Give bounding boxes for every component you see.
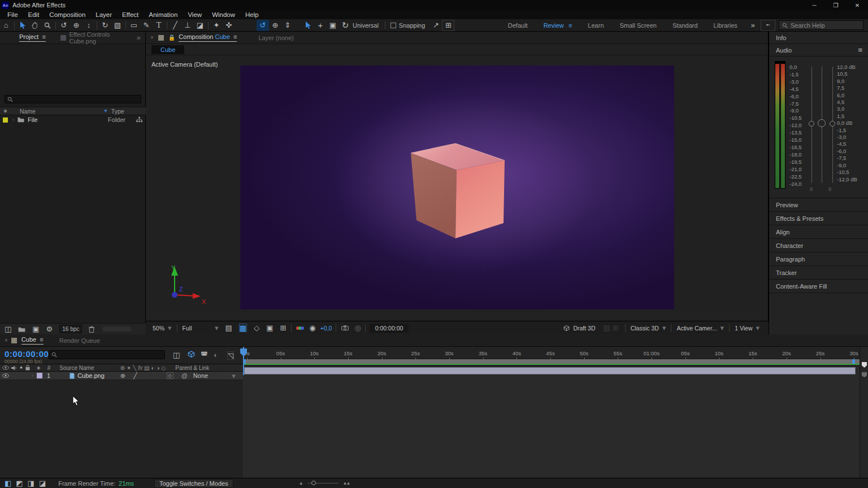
menu-item[interactable]: Edit xyxy=(23,11,45,18)
camera-view-dropdown[interactable]: Active Camer...▾ xyxy=(673,323,727,333)
solo-icon[interactable]: ● xyxy=(20,365,23,370)
project-columns-header[interactable]: ◈ Name ▼ Type xyxy=(0,107,146,115)
tab-project[interactable]: Project ≡ xyxy=(19,33,46,42)
workspace-overflow-icon[interactable]: » xyxy=(751,21,755,29)
sidebar-panel-tab[interactable]: Paragraph xyxy=(769,252,868,266)
workspace-tab[interactable]: Learn xyxy=(580,22,611,29)
sidebar-panel-tab[interactable]: Align xyxy=(769,225,868,239)
panel-info[interactable]: Info xyxy=(769,32,868,44)
region-of-interest-icon[interactable]: ▧ xyxy=(111,20,124,31)
show-snapshot-icon[interactable]: ◎ xyxy=(354,324,361,332)
tab-effect-controls[interactable]: Effect Controls Cube.png xyxy=(70,31,137,45)
snapping-checkbox[interactable] xyxy=(390,23,396,28)
close-tab-icon[interactable]: × xyxy=(150,35,154,41)
layer-quality-icon[interactable]: ╱ xyxy=(133,372,137,380)
roto-brush-tool-icon[interactable]: ✦ xyxy=(210,20,223,31)
universal-scale-icon[interactable]: ▣ xyxy=(327,20,339,31)
hand-tool-icon[interactable] xyxy=(29,20,41,31)
layer-3d-switch[interactable]: ◇ xyxy=(167,372,173,379)
new-folder-icon[interactable] xyxy=(18,326,25,332)
axis-local-icon[interactable]: ↺ xyxy=(257,20,269,31)
audio-slider-knob-right[interactable] xyxy=(830,121,835,127)
layer-expand-icon[interactable]: › xyxy=(32,373,33,378)
status-icon-1[interactable]: ◧ xyxy=(5,480,11,487)
channel-colors-icon[interactable] xyxy=(296,326,304,330)
menu-item[interactable]: Layer xyxy=(90,11,117,18)
switches-columns-icons[interactable]: ⊕✦╲ xyxy=(120,365,138,371)
more-switch-icons[interactable]: ▤◐◑◇ xyxy=(144,365,167,371)
sidebar-panel-tab[interactable]: Character xyxy=(769,239,868,252)
menu-item[interactable]: Effect xyxy=(117,11,144,18)
playhead-handle[interactable] xyxy=(240,348,248,357)
dolly-camera-tool-icon[interactable]: ↕ xyxy=(83,20,95,31)
type-tool-icon[interactable]: T xyxy=(153,20,165,31)
menu-item[interactable]: Composition xyxy=(44,11,90,18)
close-button[interactable]: ✕ xyxy=(847,0,868,10)
close-tab-icon[interactable]: × xyxy=(5,338,8,343)
audio-slider-knob-left[interactable] xyxy=(809,121,814,127)
axis-world-icon[interactable]: ⊕ xyxy=(269,20,281,31)
snapshot-camera-icon[interactable] xyxy=(341,325,349,330)
rectangle-tool-icon[interactable]: ▭ xyxy=(128,20,140,31)
frame-blending-icon[interactable]: ◚ xyxy=(201,351,208,359)
scale-handles-icon[interactable]: ↗ xyxy=(429,20,442,31)
workspace-tab[interactable]: Small Screen xyxy=(612,22,665,29)
comp-mini-flowchart-icon[interactable]: ◫ xyxy=(173,351,180,359)
sidebar-panel-tab[interactable]: Preview xyxy=(769,198,868,212)
comp-timecode[interactable]: 0:00:00:00 xyxy=(370,324,409,333)
region-of-interest-icon[interactable]: ▣ xyxy=(266,324,273,332)
menu-item[interactable]: View xyxy=(183,11,207,18)
sort-direction-icon[interactable]: ▼ xyxy=(103,108,108,114)
interpret-footage-icon[interactable]: ◫ xyxy=(5,325,11,333)
sidebar-panel-tab[interactable]: Tracker xyxy=(769,266,868,280)
column-parent-link[interactable]: Parent & Link xyxy=(175,365,209,371)
menu-item[interactable]: Window xyxy=(207,11,240,18)
brush-tool-icon[interactable]: ╱ xyxy=(169,20,181,31)
bit-depth-button[interactable]: 16 bpc xyxy=(59,325,82,333)
orbit-camera-tool-icon[interactable]: ↺ xyxy=(58,20,70,31)
rotate-tool-icon[interactable]: ↻ xyxy=(99,20,111,31)
draft-3d-label[interactable]: Draft 3D xyxy=(573,325,595,332)
guides-grid-icon[interactable]: ▤ xyxy=(225,324,232,332)
column-name[interactable]: Name xyxy=(20,108,36,115)
magnification-dropdown[interactable]: 50%▾ xyxy=(149,323,175,333)
zoom-out-mountain-icon[interactable]: ▲ xyxy=(299,481,303,486)
parent-pickwhip-icon[interactable]: @ xyxy=(181,372,188,379)
mask-visibility-icon[interactable]: ◇ xyxy=(254,324,259,332)
workspace-tab[interactable]: Review xyxy=(536,22,580,29)
axis-view-icon[interactable]: ⇕ xyxy=(281,20,294,31)
motion-blur-icon[interactable]: ◐ xyxy=(214,351,218,359)
universal-position-icon[interactable]: + xyxy=(314,20,327,31)
timeline-scroll-column[interactable] xyxy=(860,347,868,478)
layer-label-chip[interactable] xyxy=(37,373,42,378)
work-area-bar[interactable] xyxy=(243,359,860,365)
viewer-comp-tab[interactable]: Cube xyxy=(151,45,184,54)
panel-overflow-icon[interactable]: » xyxy=(137,34,141,41)
puppet-pin-tool-icon[interactable]: ✜ xyxy=(223,20,235,31)
selection-tool-icon[interactable] xyxy=(16,20,29,31)
universal-rotate-icon[interactable]: ↻ xyxy=(339,20,351,31)
lock-icon[interactable] xyxy=(25,365,30,371)
manage-workspaces-icon[interactable]: ▪▫ xyxy=(761,20,775,31)
time-ruler[interactable]: 0s05s10s15s20s25s30s35s40s45s50s55s01:00… xyxy=(230,350,868,356)
status-icon-3[interactable]: ◨ xyxy=(28,480,34,487)
comp-button[interactable] xyxy=(861,372,867,378)
menu-item[interactable]: Animation xyxy=(144,11,183,18)
sidebar-panel-tab[interactable]: Content-Aware Fill xyxy=(769,280,868,293)
tab-timeline-cube[interactable]: Cube ≡ xyxy=(21,336,44,345)
audio-menu-icon[interactable]: ≡ xyxy=(858,44,862,56)
workspace-tab[interactable]: Libraries xyxy=(706,22,745,29)
audio-speaker-icon[interactable] xyxy=(11,365,17,371)
eraser-tool-icon[interactable]: ◪ xyxy=(194,20,206,31)
project-item-row[interactable]: › File Folder xyxy=(0,116,146,124)
status-icon-4[interactable]: ◪ xyxy=(39,480,46,487)
workspace-tab[interactable]: Standard xyxy=(665,22,706,29)
new-composition-icon[interactable]: ▣ xyxy=(32,325,39,333)
expand-arrow-icon[interactable]: › xyxy=(12,117,14,123)
item-name[interactable]: File xyxy=(28,116,38,123)
draft-3d-icon[interactable] xyxy=(563,325,570,331)
layer-av-icon[interactable]: ⊕ xyxy=(120,372,125,380)
resolution-dropdown[interactable]: Full▾ xyxy=(179,323,222,333)
menu-item[interactable]: Help xyxy=(240,11,264,18)
home-icon[interactable]: ⌂ xyxy=(0,20,12,31)
